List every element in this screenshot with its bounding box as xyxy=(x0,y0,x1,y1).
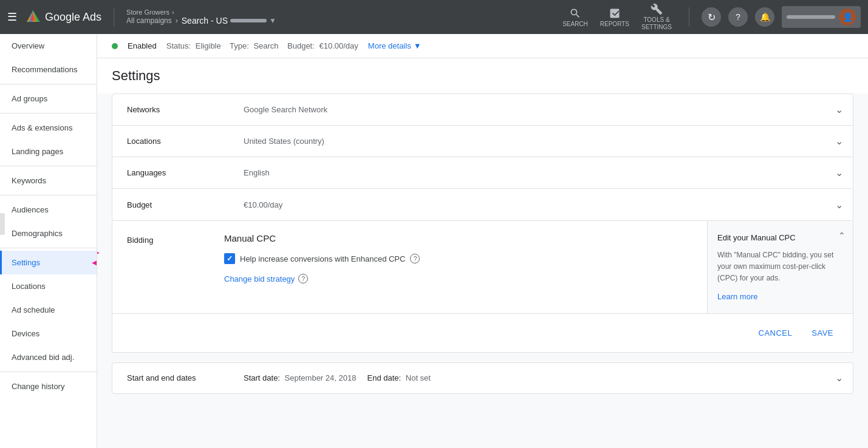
bidding-main: Bidding Manual CPC Help increase convers… xyxy=(127,233,692,283)
start-end-value: Start date: September 24, 2018 End date:… xyxy=(234,365,825,391)
networks-label: Networks xyxy=(112,97,234,123)
more-details-button[interactable]: More details ▼ xyxy=(368,41,422,50)
sidebar-item-recommendations-label: Recommendations xyxy=(12,65,77,74)
end-label: End date: xyxy=(367,373,401,382)
languages-row[interactable]: Languages English ⌄ xyxy=(112,157,853,189)
budget-label: Budget: xyxy=(287,41,315,50)
sidebar-item-settings-label: Settings xyxy=(12,258,40,267)
sidebar-item-locations[interactable]: Locations xyxy=(0,274,97,298)
nav-icon-group: SEARCH REPORTS TOOLS &SETTINGS xyxy=(558,1,677,33)
enabled-label: Enabled xyxy=(128,41,157,50)
sidebar-item-adgroups[interactable]: Ad groups xyxy=(0,87,97,110)
change-bid-help[interactable]: ? xyxy=(298,274,308,283)
start-end-row[interactable]: Start and end dates Start date: Septembe… xyxy=(112,362,853,394)
locations-chevron[interactable]: ⌄ xyxy=(825,127,853,155)
logo-text: Google Ads xyxy=(45,11,101,24)
enhanced-cpc-label: Help increase conversions with Enhanced … xyxy=(240,254,405,263)
notifications-button[interactable]: 🔔 xyxy=(755,7,774,27)
locations-value: United States (country) xyxy=(234,128,825,154)
sidebar-item-settings[interactable]: Settings ◄ xyxy=(0,251,97,274)
budget-value: €10.00/day xyxy=(319,41,358,50)
type-value: Search xyxy=(253,41,278,50)
refresh-button[interactable]: ↻ xyxy=(702,7,721,27)
bidding-right-chevron[interactable]: ⌃ xyxy=(838,231,846,240)
search-nav-label: SEARCH xyxy=(562,21,588,27)
locations-label: Locations xyxy=(112,128,234,154)
help-button[interactable]: ? xyxy=(728,7,748,27)
search-nav-button[interactable]: SEARCH xyxy=(558,5,593,30)
learn-more-link[interactable]: Learn more xyxy=(717,292,757,301)
budget-row[interactable]: Budget €10.00/day ⌄ xyxy=(112,189,853,220)
status-dot xyxy=(112,43,118,49)
breadcrumb-area: Store Growers › All campaigns › Search -… xyxy=(126,8,276,25)
tools-nav-label: TOOLS &SETTINGS xyxy=(641,16,672,31)
top-navigation: ☰ Google Ads Store Growers › All campaig… xyxy=(0,0,868,34)
sidebar-item-devices[interactable]: Devices xyxy=(0,322,97,345)
sidebar-item-demographics[interactable]: Demographics xyxy=(0,222,97,245)
campaign-dropdown[interactable]: Search - US ▼ xyxy=(182,16,276,25)
sidebar-item-advanced-bid-label: Advanced bid adj. xyxy=(12,353,74,362)
main-content: Enabled Status: Eligible Type: Search Bu… xyxy=(97,34,868,448)
bidding-left: Bidding Manual CPC Help increase convers… xyxy=(112,221,707,313)
campaign-bar-indicator xyxy=(230,19,267,22)
networks-value: Google Search Network xyxy=(234,97,825,123)
hamburger-menu[interactable]: ☰ xyxy=(7,10,17,24)
status-type-value: Eligible xyxy=(196,41,221,50)
save-button[interactable]: SAVE xyxy=(807,324,838,342)
status-bar: Enabled Status: Eligible Type: Search Bu… xyxy=(97,34,868,58)
tools-nav-button[interactable]: TOOLS &SETTINGS xyxy=(637,1,677,33)
budget-label: Budget xyxy=(112,192,234,218)
enhanced-cpc-checkbox[interactable] xyxy=(224,253,235,264)
more-details-chevron: ▼ xyxy=(414,41,422,50)
breadcrumb-current: All campaigns › Search - US ▼ xyxy=(126,16,276,25)
enhanced-cpc-help[interactable]: ? xyxy=(410,254,420,263)
bidding-section: Bidding Manual CPC Help increase convers… xyxy=(112,221,853,314)
sidebar-item-advanced-bid[interactable]: Advanced bid adj. xyxy=(0,345,97,369)
budget-chevron[interactable]: ⌄ xyxy=(825,191,853,219)
start-value: September 24, 2018 xyxy=(285,373,357,382)
sidebar-divider-1 xyxy=(0,84,97,84)
sidebar-item-overview-label: Overview xyxy=(12,41,44,50)
manual-cpc-label: Manual CPC xyxy=(224,233,692,243)
sidebar-item-overview[interactable]: Overview xyxy=(0,34,97,58)
languages-chevron[interactable]: ⌄ xyxy=(825,158,853,187)
bidding-red-arrow: ➤ xyxy=(97,245,99,261)
networks-row[interactable]: Networks Google Search Network ⌄ xyxy=(112,94,853,126)
account-bar xyxy=(787,15,835,19)
sidebar-item-audiences[interactable]: Audiences xyxy=(0,198,97,222)
sidebar-item-ads-extensions[interactable]: Ads & extensions xyxy=(0,116,97,140)
settings-header: Settings xyxy=(97,58,868,93)
sidebar-item-adgroups-label: Ad groups xyxy=(12,94,47,103)
breadcrumb-parent[interactable]: Store Growers › xyxy=(126,8,276,16)
settings-panel: Networks Google Search Network ⌄ Locatio… xyxy=(112,93,853,221)
sidebar-divider-4 xyxy=(0,195,97,195)
sidebar-item-recommendations[interactable]: Recommendations xyxy=(0,58,97,81)
change-bid-strategy-link[interactable]: Change bid strategy ? xyxy=(224,274,692,283)
change-bid-label: Change bid strategy xyxy=(224,274,295,283)
sidebar-item-audiences-label: Audiences xyxy=(12,205,49,214)
reports-nav-button[interactable]: REPORTS xyxy=(595,5,634,30)
more-details-label: More details xyxy=(368,41,411,50)
sidebar-item-landing-pages[interactable]: Landing pages xyxy=(0,140,97,163)
current-campaign: Search - US xyxy=(182,16,228,25)
status-bar-text: Status: Eligible Type: Search Budget: €1… xyxy=(166,41,358,50)
action-row: CANCEL SAVE xyxy=(112,314,853,352)
sidebar-item-adschedule[interactable]: Ad schedule xyxy=(0,298,97,322)
sidebar-item-keywords[interactable]: Keywords xyxy=(0,169,97,192)
user-avatar: 👤 xyxy=(839,8,856,25)
sidebar-item-locations-label: Locations xyxy=(12,282,46,291)
sidebar-divider-5 xyxy=(0,248,97,248)
start-end-chevron[interactable]: ⌄ xyxy=(825,364,853,392)
nav-divider-1 xyxy=(114,7,114,27)
sidebar-item-adschedule-label: Ad schedule xyxy=(12,305,55,314)
locations-row[interactable]: Locations United States (country) ⌄ xyxy=(112,126,853,157)
account-area[interactable]: 👤 xyxy=(782,6,861,28)
reports-nav-label: REPORTS xyxy=(600,21,629,27)
sidebar-divider-6 xyxy=(0,372,97,372)
networks-chevron[interactable]: ⌄ xyxy=(825,95,853,124)
sidebar-item-ads-label: Ads & extensions xyxy=(12,123,72,132)
settings-pink-arrow: ◄ xyxy=(89,256,97,270)
sidebar-divider-2 xyxy=(0,113,97,114)
sidebar-item-change-history[interactable]: Change history xyxy=(0,375,97,398)
cancel-button[interactable]: CANCEL xyxy=(754,324,798,342)
